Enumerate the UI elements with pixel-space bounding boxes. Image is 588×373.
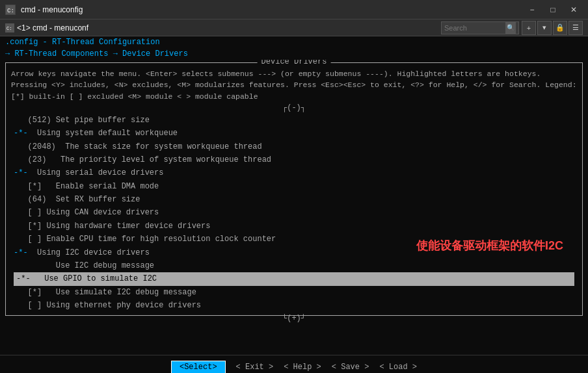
select-button[interactable]: <Select>	[171, 361, 226, 374]
breadcrumb-line2: → RT-Thread Components → Device Drivers	[0, 48, 588, 60]
search-box[interactable]: 🔍	[441, 21, 519, 34]
help-button[interactable]: < Help >	[284, 363, 321, 372]
tab-icon: C:	[5, 23, 14, 32]
menu-item-5[interactable]: [*] Enable serial DMA mode	[14, 180, 574, 193]
bottom-bar: <Select> < Exit > < Help > < Save > < Lo…	[0, 355, 588, 373]
breadcrumb: .config - RT-Thread Configuration	[0, 36, 588, 48]
menu-item-6[interactable]: (64) Set RX buffer size	[14, 193, 574, 206]
help-text-content: Arrow keys navigate the menu. <Enter> se…	[11, 70, 577, 101]
svg-text:C:: C:	[7, 26, 12, 31]
svg-text:C:: C:	[7, 8, 14, 14]
window-controls: − □ ✕	[523, 3, 583, 16]
load-button[interactable]: < Load >	[379, 363, 417, 372]
breadcrumb-prefix: → RT-Thread Components	[5, 49, 108, 58]
divider-bottom: └(+)┘	[8, 314, 580, 323]
dropdown-button[interactable]: ▾	[537, 21, 552, 35]
menu-button[interactable]: ☰	[568, 21, 583, 35]
menu-item-1[interactable]: -*- Using system default workqueue	[14, 127, 574, 140]
add-tab-button[interactable]: +	[522, 21, 536, 35]
menu-item-0[interactable]: (512) Set pipe buffer size	[14, 114, 574, 127]
breadcrumb-suffix: Device Drivers	[122, 49, 188, 58]
search-input[interactable]	[444, 24, 503, 32]
breadcrumb-sep: →	[108, 49, 122, 58]
divider-top: ┌(-)┐	[8, 103, 580, 112]
search-button[interactable]: 🔍	[505, 22, 516, 34]
menu-item-12-selected[interactable]: -*- Use GPIO to simulate I2C	[14, 272, 574, 285]
tab-label[interactable]: <1> cmd - menuconf	[17, 23, 88, 32]
device-drivers-box: Device Drivers Arrow keys navigate the m…	[5, 62, 583, 316]
menu-item-13[interactable]: [*] Use simulate I2C debug message	[14, 286, 574, 299]
breadcrumb-line1: .config - RT-Thread Configuration	[5, 38, 160, 47]
maximize-button[interactable]: □	[544, 3, 562, 16]
title-bar-left: C: cmd - menuconfig	[5, 5, 83, 15]
title-bar: C: cmd - menuconfig − □ ✕	[0, 0, 588, 19]
menu-item-3[interactable]: (23) The priority level of system workqu…	[14, 153, 574, 166]
menu-item-4[interactable]: -*- Using serial device drivers	[14, 166, 574, 179]
minimize-button[interactable]: −	[523, 3, 541, 16]
toolbar-icons: + ▾ 🔒 ☰	[522, 21, 583, 35]
save-button[interactable]: < Save >	[332, 363, 369, 372]
cmd-icon: C:	[5, 5, 16, 15]
lock-icon-button[interactable]: 🔒	[553, 21, 567, 35]
window-title: cmd - menuconfig	[21, 5, 83, 14]
exit-button[interactable]: < Exit >	[236, 363, 274, 372]
tooltip: 使能设备驱动框架的软件I2C	[411, 235, 568, 256]
menu-item-11[interactable]: Use I2C debug message	[14, 259, 574, 272]
menu-items: (512) Set pipe buffer size -*- Using sys…	[8, 114, 580, 313]
close-button[interactable]: ✕	[565, 3, 583, 16]
content-area: Device Drivers Arrow keys navigate the m…	[0, 60, 588, 355]
menu-item-14[interactable]: [ ] Using ethernet phy device drivers	[14, 299, 574, 312]
tab-bar: C: <1> cmd - menuconf 🔍 + ▾ 🔒 ☰	[0, 19, 588, 36]
device-drivers-title: Device Drivers	[258, 60, 331, 66]
tab-bar-right: 🔍 + ▾ 🔒 ☰	[441, 21, 583, 35]
menu-item-2[interactable]: (2048) The stack size for system workque…	[14, 140, 574, 153]
menu-item-7[interactable]: [ ] Using CAN device drivers	[14, 206, 574, 219]
menu-item-8[interactable]: [*] Using hardware timer device drivers	[14, 220, 574, 233]
help-text: Arrow keys navigate the menu. <Enter> se…	[8, 68, 580, 102]
